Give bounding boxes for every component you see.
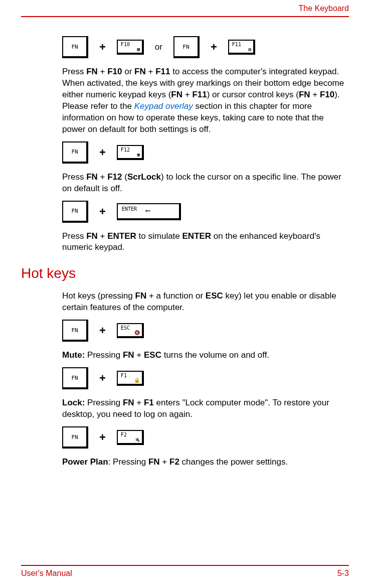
paragraph-fn-enter: Press FN + ENTER to simulate ENTER on th… xyxy=(62,231,349,254)
key-row-fn-f12: FN + F12▣ xyxy=(62,141,349,164)
plus-icon: + xyxy=(211,41,217,54)
mute-icon: 🔇 xyxy=(134,330,140,335)
plus-icon: + xyxy=(99,205,106,218)
or-label: or xyxy=(155,42,162,52)
plus-icon: + xyxy=(99,324,106,337)
key-row-fn-f10-f11: FN + F10▦ or FN + F11▤ xyxy=(62,36,349,58)
key-row-fn-esc: FN + ESC🔇 xyxy=(62,320,349,342)
hot-keys-heading: Hot keys xyxy=(21,265,349,281)
header-title: The Keyboard xyxy=(298,4,349,13)
fn-key-icon: FN xyxy=(62,426,88,449)
enter-key-icon: ENTER⟵ xyxy=(117,203,181,220)
footer: User's Manual 5-3 xyxy=(21,565,349,578)
footer-page-number: 5-3 xyxy=(337,569,349,578)
f10-key-icon: F10▦ xyxy=(117,40,144,55)
paragraph-power-plan: Power Plan: Pressing FN + F2 changes the… xyxy=(62,457,349,468)
power-icon: 🔌 xyxy=(134,437,140,442)
esc-key-icon: ESC🔇 xyxy=(117,323,144,338)
plus-icon: + xyxy=(99,372,106,385)
lock-icon: 🔒 xyxy=(134,377,140,383)
f1-key-icon: F1🔒 xyxy=(117,371,144,386)
paragraph-fn-f12: Press FN + F12 (ScrLock) to lock the cur… xyxy=(62,172,349,195)
fn-key-icon: FN xyxy=(62,36,88,58)
content-area: FN + F10▦ or FN + F11▤ Press FN + F10 or… xyxy=(21,30,349,472)
footer-manual-label: User's Manual xyxy=(21,569,72,578)
enter-arrow-icon: ⟵ xyxy=(146,206,150,214)
fn-key-icon: FN xyxy=(173,36,200,58)
page: The Keyboard FN + F10▦ or FN + F11▤ Pres… xyxy=(0,0,370,588)
header-rule xyxy=(21,16,349,17)
key-row-fn-f2: FN + F2🔌 xyxy=(62,426,349,449)
plus-icon: + xyxy=(99,431,106,444)
numpad-icon: ▦ xyxy=(137,47,139,52)
keypad-overlay-link[interactable]: Keypad overlay xyxy=(134,101,193,111)
footer-rule xyxy=(21,565,349,566)
paragraph-mute: Mute: Pressing FN + ESC turns the volume… xyxy=(62,350,349,361)
plus-icon: + xyxy=(99,41,106,54)
plus-icon: + xyxy=(99,146,106,159)
cursor-icon: ▤ xyxy=(248,47,251,52)
fn-key-icon: FN xyxy=(62,320,88,342)
f2-key-icon: F2🔌 xyxy=(117,430,144,445)
paragraph-hotkeys-intro: Hot keys (pressing FN + a function or ES… xyxy=(62,290,349,314)
fn-key-icon: FN xyxy=(62,367,88,389)
fn-key-icon: FN xyxy=(62,201,88,223)
paragraph-lock: Lock: Pressing FN + F1 enters "Lock comp… xyxy=(62,397,349,420)
scrlock-icon: ▣ xyxy=(137,152,139,157)
fn-key-icon: FN xyxy=(62,141,88,164)
paragraph-fn-f10-f11: Press FN + F10 or FN + F11 to access the… xyxy=(62,66,349,135)
key-row-fn-enter: FN + ENTER⟵ xyxy=(62,201,349,223)
key-row-fn-f1: FN + F1🔒 xyxy=(62,367,349,389)
f11-key-icon: F11▤ xyxy=(228,40,255,55)
f12-key-icon: F12▣ xyxy=(117,145,144,160)
